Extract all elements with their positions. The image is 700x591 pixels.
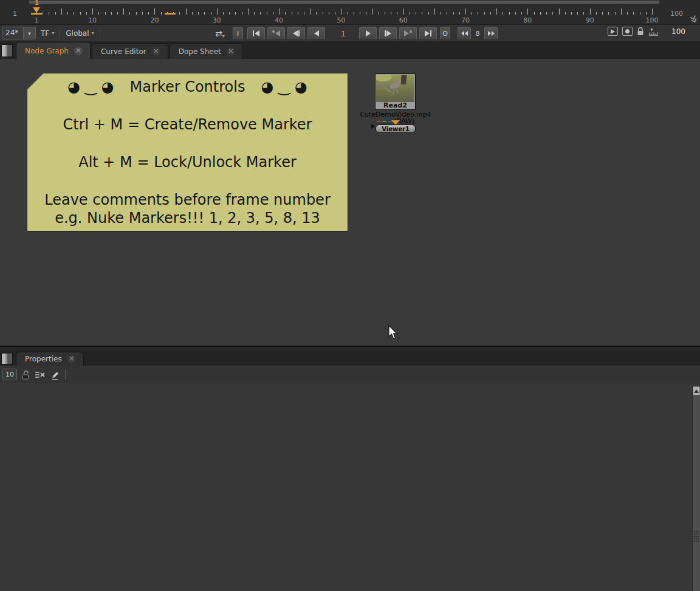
close-icon[interactable]: × <box>152 47 160 56</box>
edit-pencil-icon[interactable] <box>50 370 60 380</box>
lock-icon[interactable] <box>637 27 644 36</box>
ruler-tick <box>646 12 647 15</box>
range-scope-dropdown[interactable]: Global ▾ <box>61 27 98 39</box>
note-line-comment1: Leave comments before frame number <box>27 191 348 208</box>
global-last-frame: 100 <box>670 10 683 18</box>
ruler-tick <box>391 12 391 15</box>
record-icon[interactable] <box>622 27 633 36</box>
ruler-tick <box>559 9 560 15</box>
next-frame-button[interactable] <box>379 27 397 40</box>
ruler-tick-label: 10 <box>88 16 97 24</box>
panel-divider[interactable] <box>0 346 700 350</box>
ruler-tick <box>534 12 535 15</box>
loop-toggle-button[interactable]: O <box>440 27 450 40</box>
max-panels-field[interactable]: 10 <box>2 369 17 380</box>
ruler-tick <box>583 12 584 15</box>
keyframe-dot-icon <box>410 30 412 33</box>
timeline-ruler[interactable]: 1 1102030405060708090100 <box>29 0 659 24</box>
ruler-tick-label: 20 <box>150 16 159 24</box>
triangle-right-icon <box>386 30 391 36</box>
emoticon-left: ◕ ‿ ◕ <box>67 78 114 95</box>
tab-label: Node Graph <box>25 47 69 55</box>
separator <box>100 28 100 39</box>
pane-menu-icon[interactable] <box>1 44 13 57</box>
pane-menu-icon[interactable] <box>1 353 13 364</box>
read-node[interactable]: Read2 <box>375 73 416 110</box>
in-out-range-button[interactable]: I <box>233 27 243 40</box>
close-icon[interactable]: × <box>227 47 235 56</box>
tf-dropdown[interactable]: TF ▾ <box>36 27 59 39</box>
clear-panels-icon[interactable] <box>35 371 46 378</box>
viewer-node[interactable]: Viewer1 <box>376 125 416 133</box>
ruler-tick <box>67 12 68 15</box>
ruler-tick <box>136 12 137 15</box>
tab-properties[interactable]: Properties × <box>16 352 84 366</box>
prev-frame-button[interactable] <box>287 27 305 40</box>
prev-keyframe-button[interactable] <box>267 27 285 40</box>
playback-cycle-button[interactable]: ⇄ ▾ <box>211 27 229 40</box>
ruler-tick <box>316 12 317 15</box>
node-graph-panel[interactable]: ◕ ‿ ◕ Marker Controls ◕ ‿ ◕ Ctrl + M = C… <box>0 59 700 346</box>
timeline-marker[interactable] <box>31 13 42 15</box>
ruler-tick <box>61 9 62 15</box>
ruler-tick <box>304 12 304 15</box>
ruler-tick-label: 50 <box>337 16 345 24</box>
ruler-tick <box>602 12 603 15</box>
ruler-tick <box>360 12 360 15</box>
triangle-left-icon <box>465 31 468 36</box>
playback-mode-icon[interactable] <box>608 27 618 36</box>
ruler-tick <box>260 12 261 15</box>
timeline-pan-bar[interactable] <box>29 1 659 4</box>
increment-frame-button[interactable] <box>484 27 498 40</box>
ruler-tick <box>428 12 429 15</box>
ruler-tick-label: 70 <box>461 16 470 24</box>
ruler-tick <box>117 12 118 15</box>
decrement-frame-button[interactable] <box>458 27 471 40</box>
frame-increment-field[interactable]: 8 <box>473 27 482 40</box>
tf-label: TF <box>41 29 49 38</box>
vertical-scrollbar[interactable] <box>692 386 700 591</box>
ruler-tick <box>298 12 298 15</box>
ruler-tick <box>211 12 211 15</box>
next-keyframe-button[interactable] <box>399 27 417 40</box>
ruler-tick <box>509 12 510 15</box>
unlock-icon[interactable] <box>22 370 30 380</box>
read-node-thumbnail <box>376 75 414 102</box>
ruler-tick <box>161 12 162 15</box>
current-frame-field[interactable]: 1 <box>328 29 359 38</box>
green-channel-icon <box>382 121 386 122</box>
circle-glyph <box>625 29 630 33</box>
ruler-tick <box>105 12 106 15</box>
close-icon[interactable]: × <box>67 355 76 363</box>
viewer-input-pipe-icon <box>371 124 375 129</box>
play-backward-button[interactable] <box>307 27 325 40</box>
ruler-tick <box>235 12 236 15</box>
tab-curve-editor[interactable]: Curve Editor × <box>92 43 168 59</box>
cycle-icon: ⇄ <box>215 29 222 38</box>
scrollbar-thumb[interactable] <box>693 396 700 591</box>
scrollbar-up-button[interactable] <box>693 386 700 395</box>
range-scope-label: Global <box>66 29 89 38</box>
bar-glyph <box>430 30 431 36</box>
ruler-tick <box>453 12 454 15</box>
fps-dropdown-arrow-icon[interactable]: ▾ <box>23 27 35 39</box>
ruler-tick-label: 30 <box>213 16 221 24</box>
read-node-label: Read2 <box>376 101 415 109</box>
frame-range-icon[interactable] <box>648 27 659 36</box>
sticky-note-node[interactable]: ◕ ‿ ◕ Marker Controls ◕ ‿ ◕ Ctrl + M = C… <box>27 73 348 231</box>
note-line-alt: Alt + M = Lock/Unlock Marker <box>27 154 348 171</box>
triangle-left-icon <box>255 30 259 36</box>
timeline-marker[interactable] <box>165 13 176 15</box>
tab-node-graph[interactable]: Node Graph × <box>16 42 91 59</box>
ruler-tick <box>273 12 273 15</box>
play-forward-button[interactable] <box>359 27 377 40</box>
skip-to-start-button[interactable] <box>247 27 265 40</box>
skip-to-end-button[interactable] <box>419 27 437 40</box>
close-icon[interactable]: × <box>74 47 83 55</box>
tab-dope-sheet[interactable]: Dope Sheet × <box>170 43 243 59</box>
ruler-tick <box>546 12 547 15</box>
ruler-tick <box>111 12 112 15</box>
fps-dropdown[interactable]: 24* ▾ <box>2 27 36 39</box>
ruler-tick <box>366 12 366 15</box>
chevron-double-icon[interactable] <box>688 13 699 24</box>
